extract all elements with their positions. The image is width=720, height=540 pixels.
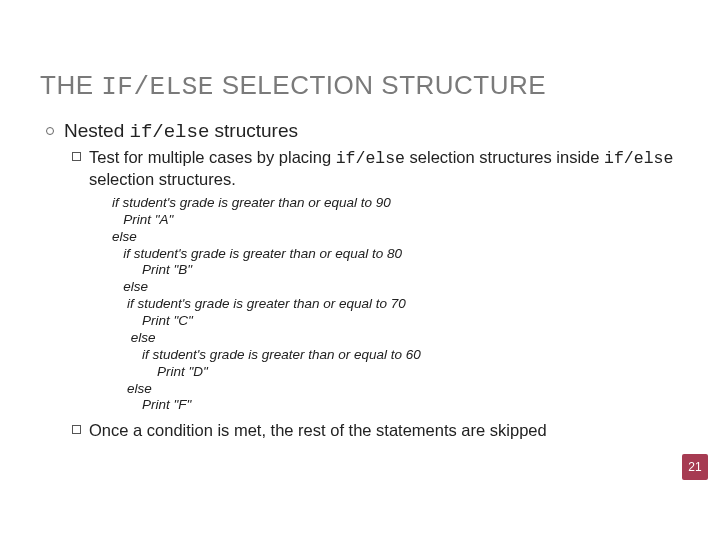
page-number-badge: 21 bbox=[682, 454, 708, 480]
b2a-c1: if/else bbox=[336, 149, 405, 168]
bullet2a-text: Test for multiple cases by placing if/el… bbox=[89, 147, 680, 191]
pseudocode-block: if student's grade is greater than or eq… bbox=[112, 195, 680, 414]
bullet-level2-a: Test for multiple cases by placing if/el… bbox=[72, 147, 680, 191]
title-text-6: TRUCTURE bbox=[399, 70, 546, 100]
page-number: 21 bbox=[688, 460, 701, 474]
bullet2b-text: Once a condition is met, the rest of the… bbox=[89, 420, 547, 441]
b2a-c2: if/else bbox=[604, 149, 673, 168]
title-text-2: HE bbox=[56, 70, 101, 100]
b2a-p1: Test for multiple cases by placing bbox=[89, 148, 336, 166]
bullet1-post: structures bbox=[209, 120, 298, 141]
slide-title: THE IF/ELSE SELECTION STRUCTURE bbox=[40, 70, 680, 102]
bullet1-code: if/else bbox=[129, 121, 209, 143]
bullet-level2-b: Once a condition is met, the rest of the… bbox=[72, 420, 680, 441]
b2a-p3: selection structures. bbox=[89, 170, 236, 188]
title-text-5: S bbox=[381, 70, 399, 100]
slide: THE IF/ELSE SELECTION STRUCTURE Nested i… bbox=[0, 0, 720, 464]
square-bullet-icon bbox=[72, 152, 81, 161]
title-text-3: S bbox=[214, 70, 240, 100]
bullet1-pre: Nested bbox=[64, 120, 129, 141]
title-text-4: ELECTION bbox=[240, 70, 382, 100]
square-bullet-icon bbox=[72, 425, 81, 434]
title-text-1: T bbox=[40, 70, 56, 100]
title-code: IF/ELSE bbox=[101, 72, 214, 102]
bullet1-text: Nested if/else structures bbox=[64, 120, 298, 143]
bullet-level1: Nested if/else structures bbox=[46, 120, 680, 143]
b2a-p2: selection structures inside bbox=[405, 148, 604, 166]
circle-bullet-icon bbox=[46, 127, 54, 135]
